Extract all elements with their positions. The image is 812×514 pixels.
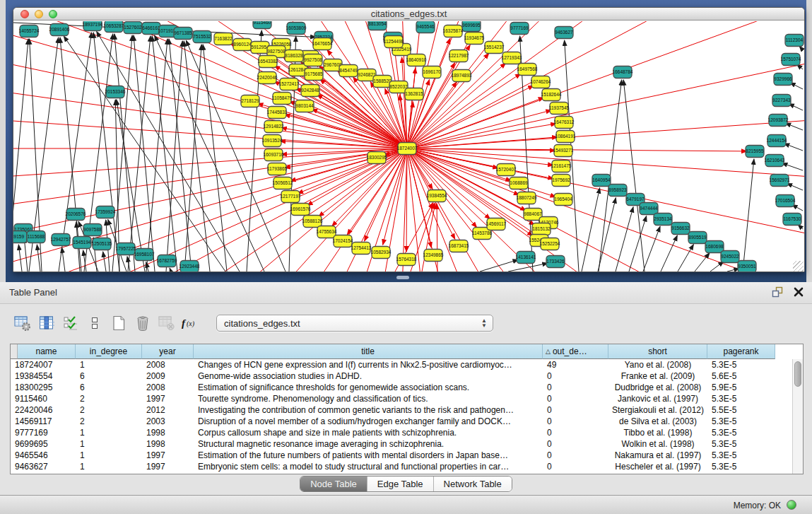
graph-node[interactable]: 20891406 xyxy=(49,24,70,36)
vertical-scrollbar[interactable] xyxy=(792,359,803,474)
table-cell[interactable]: 9115460 xyxy=(11,393,76,404)
compact-rows-icon[interactable] xyxy=(85,314,105,332)
graph-node[interactable]: 12505135 xyxy=(92,238,112,250)
table-cell[interactable]: 5.3E-5 xyxy=(707,393,775,404)
network-window-titlebar[interactable]: citations_edges.txt xyxy=(13,8,804,21)
graph-node[interactable]: 16093716 xyxy=(264,149,284,161)
table-cell[interactable]: Corpus callosum shape and size in male p… xyxy=(194,427,543,438)
graph-node[interactable]: 16053809 xyxy=(286,23,307,35)
table-cell[interactable]: 6 xyxy=(76,382,142,393)
graph-node[interactable]: 8813054 xyxy=(368,21,387,30)
table-cell[interactable]: 5.3E-5 xyxy=(707,461,775,472)
graph-node[interactable]: 7163822 xyxy=(214,33,233,45)
table-row[interactable]: 946362711997Embryonic stem cells: a mode… xyxy=(11,461,792,472)
table-cell[interactable]: 0 xyxy=(543,404,608,416)
table-cell[interactable]: Disruption of a novel member of a sodium… xyxy=(194,416,543,427)
graph-node[interactable]: 9777169 xyxy=(510,23,529,35)
graph-node[interactable]: 9671385 xyxy=(174,28,192,40)
table-cell[interactable]: 0 xyxy=(543,370,608,382)
function-builder-icon[interactable]: f(x) xyxy=(181,314,201,332)
resize-grip-icon[interactable] xyxy=(793,261,804,271)
graph-node[interactable]: 9329966 xyxy=(774,74,792,86)
table-cell[interactable]: 0 xyxy=(543,382,608,393)
table-cell[interactable]: 14569117 xyxy=(11,416,76,427)
graph-node[interactable]: 8215955 xyxy=(746,146,764,158)
graph-node[interactable]: 18807249 xyxy=(517,192,537,204)
table-cell[interactable]: 2012 xyxy=(142,404,194,416)
graph-node[interactable]: 9097588 xyxy=(83,224,102,236)
graph-node[interactable]: 14569117 xyxy=(486,218,507,230)
table-cell[interactable]: 2008 xyxy=(142,382,194,393)
graph-node[interactable]: 12914822 xyxy=(264,121,284,133)
table-cell[interactable]: 1 xyxy=(76,438,142,450)
graph-node[interactable]: 8186328 xyxy=(285,50,303,62)
table-cell[interactable]: Yano et al. (2008) xyxy=(608,359,707,370)
table-cell[interactable]: 0 xyxy=(543,416,608,427)
graph-node[interactable]: 18937194 xyxy=(83,21,103,31)
table-cell[interactable]: 6 xyxy=(76,370,142,382)
graph-node[interactable]: 9175685 xyxy=(305,69,323,81)
graph-node[interactable]: 15493271 xyxy=(553,145,574,157)
graph-node[interactable]: 9242848 xyxy=(301,85,319,97)
graph-node[interactable]: 16476312 xyxy=(554,117,575,129)
table-cell[interactable]: 9777169 xyxy=(11,427,76,438)
table-cell[interactable]: 9699695 xyxy=(11,438,76,450)
graph-node[interactable]: 1362815 xyxy=(405,88,423,100)
graph-node[interactable]: 15751074 xyxy=(781,54,801,66)
table-cell[interactable]: 0 xyxy=(543,461,608,472)
table-cell[interactable]: 19384554 xyxy=(11,370,76,382)
graph-node[interactable]: 1068869 xyxy=(510,177,528,189)
table-cell[interactable]: 5.3E-5 xyxy=(707,427,775,438)
graph-node[interactable]: 15692971 xyxy=(770,175,790,187)
graph-node[interactable]: 8958923 xyxy=(608,185,627,197)
graph-node[interactable]: 1167530 xyxy=(783,214,801,226)
graph-node[interactable]: 8454749 xyxy=(339,65,358,77)
graph-node[interactable]: 15056512 xyxy=(273,177,293,189)
table-cell[interactable]: 0 xyxy=(543,393,608,404)
graph-node[interactable]: 15252254 xyxy=(540,238,560,250)
graph-node[interactable]: 20206576 xyxy=(66,209,86,221)
graph-node[interactable]: 9803144 xyxy=(295,100,314,112)
new-table-icon[interactable] xyxy=(109,314,129,332)
graph-node[interactable]: 10913524 xyxy=(262,135,283,147)
table-cell[interactable]: Tourette syndrome. Phenomenology and cla… xyxy=(194,393,543,404)
graph-node[interactable]: 9350051 xyxy=(738,261,756,273)
graph-node[interactable]: 17445831 xyxy=(267,107,288,119)
graph-node[interactable]: 16476654 xyxy=(312,38,333,50)
graph-node[interactable]: 2935134 xyxy=(654,214,672,226)
graph-node[interactable]: 9699695 xyxy=(462,21,481,32)
table-cell[interactable]: 2 xyxy=(76,404,142,416)
table-cell[interactable]: 5.6E-5 xyxy=(707,370,775,382)
table-cell[interactable]: Investigating the contribution of common… xyxy=(194,404,543,416)
graph-node[interactable]: 11058479 xyxy=(272,93,293,105)
table-cell[interactable]: Hescheler et al. (1997) xyxy=(608,461,707,472)
graph-node[interactable]: 16648784 xyxy=(613,66,633,78)
graph-node[interactable]: 15764318 xyxy=(396,254,417,266)
graph-node[interactable]: 22420046 xyxy=(257,72,278,84)
table-selector-combobox[interactable]: citations_edges.txt▲▼ xyxy=(216,315,493,332)
graph-node[interactable]: 9927508 xyxy=(304,54,322,66)
graph-node[interactable]: 16497568 xyxy=(517,64,538,76)
table-cell[interactable]: 5.5E-5 xyxy=(707,404,775,416)
table-cell[interactable]: 18300295 xyxy=(11,382,76,393)
graph-node[interactable]: 16782759 xyxy=(157,255,177,267)
table-cell[interactable]: 5.3E-5 xyxy=(707,438,775,450)
graph-node[interactable]: 14055724 xyxy=(19,25,40,37)
graph-node[interactable]: 9465546 xyxy=(416,21,435,33)
splitter-handle[interactable] xyxy=(396,276,409,279)
graph-node[interactable]: 1588520 xyxy=(373,76,392,88)
graph-node[interactable]: 11793865 xyxy=(267,163,288,175)
select-columns-icon[interactable] xyxy=(37,314,57,332)
table-row[interactable]: 969969511998Structural magnetic resonanc… xyxy=(11,438,792,450)
graph-node[interactable]: 12349865 xyxy=(423,250,444,262)
table-cell[interactable]: Nakamura et al. (1997) xyxy=(608,450,707,461)
graph-node[interactable]: 1965404 xyxy=(554,194,572,206)
graph-node[interactable]: 9156632 xyxy=(671,223,690,235)
graph-node[interactable]: 1733426 xyxy=(546,256,565,268)
graph-node[interactable]: 12942757 xyxy=(51,234,71,246)
table-cell[interactable]: Tibbo et al. (1998) xyxy=(608,427,707,438)
table-cell[interactable]: 1 xyxy=(76,450,142,461)
table-cell[interactable]: 1998 xyxy=(142,438,194,450)
table-cell[interactable]: Wolkin et al. (1998) xyxy=(608,438,707,450)
table-cell[interactable]: 0 xyxy=(543,438,608,450)
